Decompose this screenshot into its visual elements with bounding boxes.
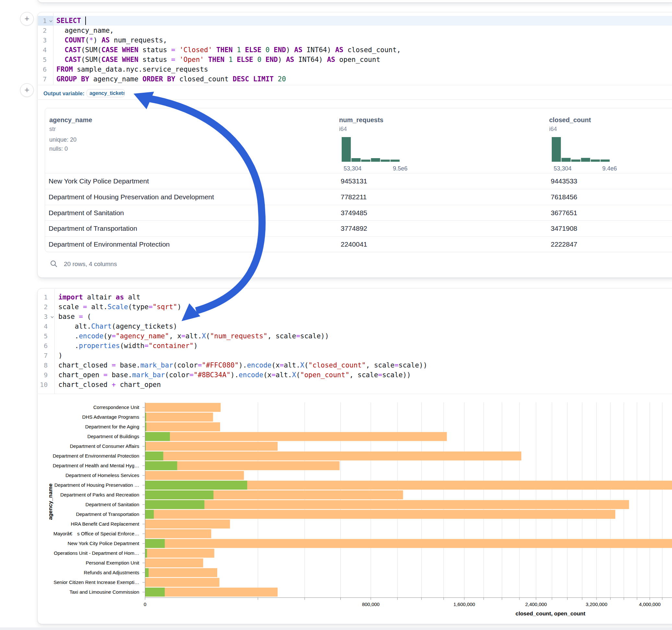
line-number[interactable]: 5 [38, 55, 47, 65]
bar-closed-count [145, 549, 214, 558]
code-line: base = ( [58, 312, 91, 321]
active-line-highlight [53, 16, 672, 26]
y-category-label: Mayorâ€ s Office of Special Enforce… [53, 531, 139, 536]
plus-icon: + [24, 14, 29, 23]
line-number[interactable]: 2 [38, 302, 48, 312]
column-header-agency-name[interactable]: agency_name [49, 116, 92, 124]
cell-num-requests: 3749485 [341, 205, 367, 221]
annotation-arrow [114, 81, 275, 334]
line-number[interactable]: 4 [38, 45, 47, 55]
column-type-closed-count: i64 [549, 126, 557, 132]
text-cursor [85, 17, 86, 25]
column-header-num-requests[interactable]: num_requests [339, 116, 383, 124]
column-type-agency-name: str [49, 126, 56, 132]
y-category-label: Department of Sanitation [86, 502, 139, 507]
cell-num-requests: 7782211 [341, 189, 367, 205]
column-header-closed-count[interactable]: closed_count [549, 116, 591, 124]
line-number[interactable]: 8 [38, 360, 48, 370]
bar-open-count [145, 422, 146, 431]
bar-closed-count [145, 539, 672, 548]
y-category-label: Department for the Aging [85, 424, 139, 429]
fold-chevron-icon[interactable] [49, 19, 53, 23]
python-cell-card: 0800,0001,600,0002,400,0003,200,0004,000… [37, 288, 672, 624]
line-number[interactable]: 6 [38, 341, 48, 350]
cell-num-requests: 2240041 [341, 236, 367, 252]
bar-closed-count [145, 413, 213, 421]
line-number[interactable]: 2 [38, 26, 47, 35]
line-number[interactable]: 4 [38, 321, 48, 331]
cell-agency-name: Department of Sanitation [49, 205, 124, 221]
y-category-label: New York City Police Department [68, 540, 140, 546]
cell-closed-count: 3677651 [551, 205, 577, 221]
y-category-label: Department of Health and Mental Hyg… [53, 463, 139, 468]
line-number[interactable]: 9 [38, 370, 48, 380]
histogram-bar [361, 160, 370, 162]
line-number[interactable]: 1 [38, 16, 47, 26]
column-type-num-requests: i64 [339, 126, 347, 132]
column-stat-unique: unique: 20 [49, 137, 76, 143]
bar-open-count [145, 461, 177, 470]
y-category-label: HRA Benefit Card Replacement [71, 521, 140, 527]
bar-closed-count [145, 403, 221, 412]
add-cell-button-top[interactable]: + [20, 12, 34, 26]
cell-closed-count: 2222847 [551, 236, 577, 252]
bar-open-count [145, 452, 163, 461]
bar-closed-count [145, 471, 244, 480]
line-number[interactable]: 3 [38, 312, 48, 321]
code-line: chart_closed + chart_open [58, 380, 161, 390]
y-category-label: Department of Housing Preservation … [54, 482, 139, 488]
histogram-bar [371, 158, 380, 162]
y-category-label: Personal Exemption Unit [86, 560, 139, 565]
bar-closed-count [145, 432, 447, 441]
bar-open-count [145, 587, 165, 597]
cell-num-requests: 3774892 [341, 220, 367, 236]
bar-closed-count [145, 500, 629, 509]
altair-bar-chart: 0800,0001,600,0002,400,0003,200,0004,000… [38, 394, 672, 624]
line-number[interactable]: 3 [38, 35, 47, 45]
line-number[interactable]: 10 [38, 380, 48, 390]
cell-num-requests: 9453131 [341, 173, 367, 189]
fold-chevron-icon[interactable] [50, 315, 54, 319]
add-cell-button-middle[interactable]: + [20, 83, 34, 97]
line-number[interactable]: 7 [38, 350, 48, 360]
code-line: agency_name, [56, 26, 114, 35]
code-line: chart_closed = base.mark_bar(color="#FFC… [58, 360, 427, 370]
y-category-label: Operations Unit - Department of Hom… [54, 550, 139, 556]
y-category-label: Department of Consumer Affairs [70, 443, 139, 449]
bar-closed-count [145, 568, 217, 577]
x-tick-label: 800,000 [362, 602, 380, 607]
cell-closed-count: 7618456 [551, 189, 577, 205]
bar-open-count [145, 549, 147, 558]
x-tick-label: 1,600,000 [454, 602, 475, 607]
histogram-bar [352, 158, 360, 162]
x-tick-label: 3,200,000 [586, 602, 607, 607]
y-category-label: Correspondence Unit [93, 405, 140, 410]
histogram-bar [342, 137, 351, 162]
bar-open-count [145, 500, 205, 509]
previous-cell-card [37, 0, 672, 3]
bar-closed-count [145, 442, 278, 451]
y-category-label: Department of Parks and Recreation [60, 492, 139, 498]
plus-icon: + [24, 85, 29, 95]
histogram-bar [601, 160, 610, 162]
code-line: SELECT [56, 16, 85, 26]
code-line: chart_open = base.mark_bar(color="#8BC34… [58, 370, 411, 380]
search-icon[interactable] [50, 260, 58, 268]
line-number[interactable]: 7 [38, 74, 47, 84]
bar-closed-count [145, 558, 203, 567]
bar-open-count [145, 510, 154, 519]
bar-closed-count [145, 452, 522, 461]
line-number[interactable]: 6 [38, 65, 47, 74]
line-number[interactable]: 5 [38, 331, 48, 341]
y-category-label: Department of Transportation [76, 511, 139, 517]
bar-closed-count [145, 587, 278, 597]
y-category-label: Refunds and Adjustments [84, 570, 139, 575]
bar-closed-count [145, 510, 616, 519]
line-number[interactable]: 1 [38, 292, 48, 302]
y-category-label: DHS Advantage Programs [82, 414, 139, 420]
table-footer-summary: 20 rows, 4 columns [64, 261, 117, 268]
code-line: ) [58, 350, 63, 360]
bar-closed-count [145, 422, 220, 431]
x-tick-label: 2,400,000 [525, 602, 547, 607]
code-line: CAST(SUM(CASE WHEN status = 'Closed' THE… [56, 45, 401, 55]
